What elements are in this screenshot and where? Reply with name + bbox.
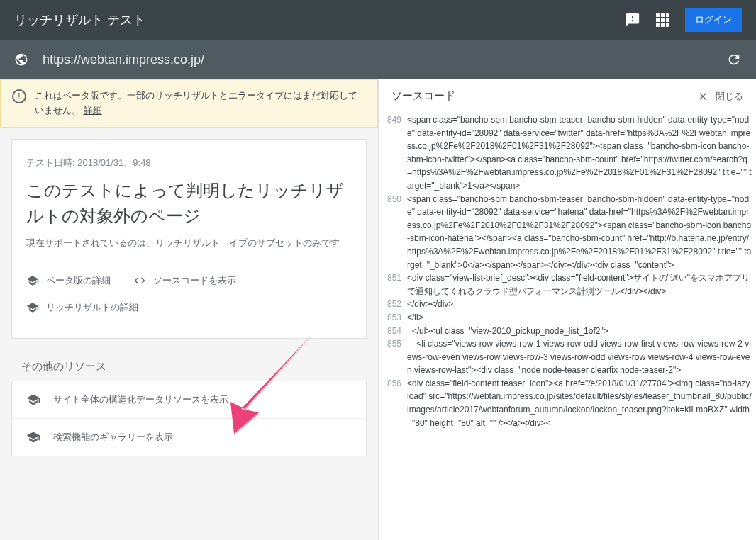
apps-icon[interactable] (656, 13, 669, 27)
line-number: 856 (379, 377, 407, 429)
list-item[interactable]: 検索機能のギャラリーを表示 (12, 418, 366, 456)
code-content: <div class="field-content teaser_icon"><… (407, 377, 756, 429)
school-icon (26, 430, 40, 444)
line-number: 851 (379, 271, 407, 298)
info-icon: ! (12, 89, 26, 103)
card-subtitle: 現在サポートされているのは、リッチリザルト イプのサブセットのみです (26, 236, 352, 251)
url-bar: https://webtan.impress.co.jp/ (0, 40, 756, 79)
code-icon (133, 274, 146, 287)
code-content: <div class="view-list-brief_desc"><div c… (407, 271, 756, 298)
code-content: <span class="bancho-sbm bancho-sbm-tease… (407, 193, 756, 272)
refresh-icon[interactable] (726, 52, 742, 67)
source-panel: ソースコード 閉じる 849<span class="bancho-sbm ba… (378, 79, 756, 540)
school-icon (26, 393, 40, 407)
left-panel: ! これはベータ版です。一部のリッチリザルトとエラータイプにはまだ対応していませ… (0, 79, 378, 540)
source-title: ソースコード (391, 89, 455, 103)
school-icon (26, 274, 39, 287)
beta-banner: ! これはベータ版です。一部のリッチリザルトとエラータイプにはまだ対応していませ… (0, 79, 378, 128)
code-content: </ul><ul class="view-2010_pickup_node_li… (407, 325, 756, 338)
school-icon (26, 301, 39, 314)
close-button[interactable]: 閉じる (697, 90, 743, 103)
line-number: 852 (379, 298, 407, 311)
code-content: <span class="bancho-sbm bancho-sbm-tease… (407, 113, 756, 193)
url-input[interactable]: https://webtan.impress.co.jp/ (43, 52, 726, 67)
code-content: </div></div> (407, 298, 756, 311)
test-date: テスト日時: 2018/01/31、9:48 (26, 157, 352, 169)
beta-details-link[interactable]: 詳細 (84, 105, 102, 116)
globe-icon (14, 52, 28, 67)
source-code-body[interactable]: 849<span class="bancho-sbm bancho-sbm-te… (379, 113, 756, 540)
close-icon (697, 91, 708, 102)
topbar: リッチリザルト テスト ログイン (0, 0, 756, 40)
beta-details-action[interactable]: ベータ版の詳細 (26, 267, 121, 294)
line-number: 853 (379, 311, 407, 325)
line-number: 854 (379, 325, 407, 338)
line-number: 850 (379, 193, 407, 272)
result-card: テスト日時: 2018/01/31、9:48 このテストによって判明したリッチリ… (11, 139, 367, 339)
code-content: </li> (407, 311, 756, 325)
login-button[interactable]: ログイン (685, 8, 742, 32)
view-source-action[interactable]: ソースコードを表示 (133, 267, 246, 294)
line-number: 855 (379, 337, 407, 377)
feedback-icon[interactable] (625, 12, 640, 28)
code-content: <li class="views-row views-row-1 views-r… (407, 337, 756, 377)
list-item[interactable]: サイト全体の構造化データリソースを表示 (12, 381, 366, 418)
rich-results-action[interactable]: リッチリザルトの詳細 (26, 294, 339, 321)
app-title: リッチリザルト テスト (14, 11, 625, 28)
resources-heading: その他のリソース (0, 350, 378, 381)
line-number: 849 (379, 113, 407, 193)
resources-list: サイト全体の構造化データリソースを表示 検索機能のギャラリーを表示 (11, 381, 367, 456)
card-title: このテストによって判明したリッチリザルトの対象外のページ (26, 178, 352, 229)
